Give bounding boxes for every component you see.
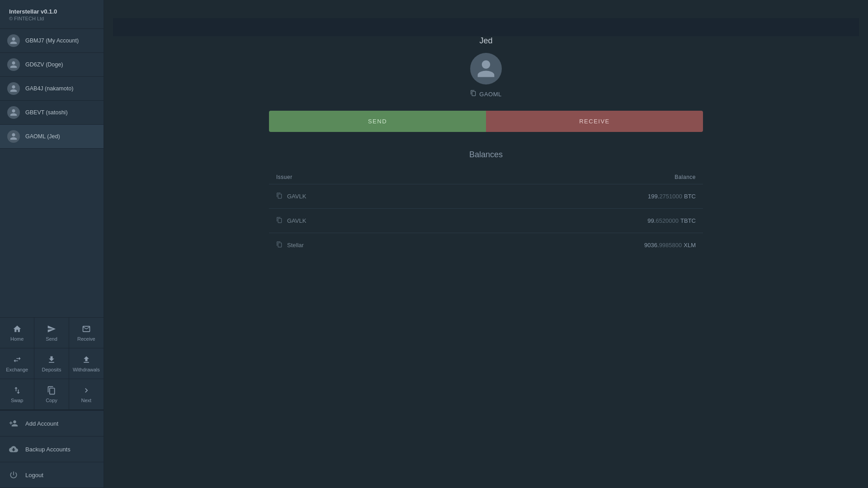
nav-item-copy[interactable]: Copy [34,379,69,410]
send-button[interactable]: SEND [269,111,486,132]
add-account-icon [7,417,20,430]
nav-label-home: Home [10,336,24,342]
bottom-item-logout[interactable]: Logout [0,462,104,488]
receive-icon [81,324,91,334]
profile-name: Jed [479,36,492,46]
nav-item-home[interactable]: Home [0,318,34,348]
account-avatar-icon [7,82,20,95]
balance-integer: 99. [647,217,656,224]
logout-icon [7,469,20,481]
brand-copyright: © FINTECH Ltd [9,16,94,21]
balance-currency: XLM [684,242,696,249]
issuer-cell: GAVLK [269,184,444,209]
nav-item-receive[interactable]: Receive [69,318,104,348]
backup-accounts-icon [7,443,20,455]
avatar [470,53,502,84]
next-icon [81,385,91,395]
copy-icon [47,385,57,395]
account-avatar-icon [7,130,20,143]
nav-item-send[interactable]: Send [34,318,69,348]
withdrawals-icon [81,355,91,365]
balance-decimal: 6520000 [656,217,679,224]
address-copy-icon[interactable] [470,90,476,98]
account-avatar-icon [7,34,20,47]
issuer-copy-icon[interactable] [276,217,283,225]
account-label: GBEVT (satoshi) [25,109,68,116]
balance-currency: TBTC [680,217,696,224]
account-list: GBMJ7 (My Account) GD6ZV (Doge) GAB4J (n… [0,29,104,317]
issuer-copy-icon[interactable] [276,241,283,249]
nav-item-swap[interactable]: Swap [0,379,34,410]
person-icon [9,132,18,141]
sidebar-account-item-gbmj7[interactable]: GBMJ7 (My Account) [0,29,104,53]
sidebar-account-item-gaoml[interactable]: GAOML (Jed) [0,125,104,149]
nav-label-receive: Receive [77,336,95,342]
sidebar-account-item-gbevt[interactable]: GBEVT (satoshi) [0,101,104,125]
bottom-item-add-account[interactable]: Add Account [0,411,104,436]
brand-area: Interstellar v0.1.0 © FINTECH Ltd [0,0,104,29]
home-icon [12,324,22,334]
issuer-name: Stellar [287,242,304,249]
nav-item-exchange[interactable]: Exchange [0,348,34,379]
balances-table: Issuer Balance GAVLK 199.2751000BTC [269,170,703,257]
person-icon [9,84,18,93]
balance-decimal: 9985800 [659,242,682,249]
nav-label-withdrawals: Withdrawals [73,367,100,372]
account-label: GAB4J (nakamoto) [25,85,73,92]
nav-label-deposits: Deposits [42,367,61,372]
send-icon [47,324,57,334]
person-icon [9,61,18,69]
balance-currency: BTC [684,193,696,200]
bottom-label-add-account: Add Account [25,420,58,427]
balance-cell: 199.2751000BTC [444,184,703,209]
bottom-label-backup-accounts: Backup Accounts [25,446,71,453]
topbar [113,18,859,36]
balances-title: Balances [269,150,703,160]
account-address: GAOML [479,91,501,98]
deposits-icon [47,355,57,365]
nav-item-withdrawals[interactable]: Withdrawals [69,348,104,379]
brand-title: Interstellar v0.1.0 [9,8,94,15]
account-label: GAOML (Jed) [25,133,60,140]
issuer-name: GAVLK [287,217,306,224]
account-address-row: GAOML [470,90,501,98]
account-avatar-icon [7,106,20,119]
account-label: GBMJ7 (My Account) [25,38,79,44]
account-label: GD6ZV (Doge) [25,61,63,68]
nav-item-deposits[interactable]: Deposits [34,348,69,379]
table-row: GAVLK 199.2751000BTC [269,184,703,209]
sidebar-account-item-gab4j[interactable]: GAB4J (nakamoto) [0,77,104,101]
bottom-label-logout: Logout [25,472,43,479]
balance-cell: 99.6520000TBTC [444,209,703,233]
receive-button[interactable]: RECEIVE [486,111,703,132]
exchange-icon [12,355,22,365]
col-issuer: Issuer [269,170,444,184]
action-buttons: SEND RECEIVE [269,111,703,132]
nav-label-exchange: Exchange [6,367,28,372]
table-row: GAVLK 99.6520000TBTC [269,209,703,233]
bottom-item-backup-accounts[interactable]: Backup Accounts [0,436,104,462]
balance-cell: 9036.9985800XLM [444,233,703,258]
person-icon [9,108,18,117]
nav-label-copy: Copy [46,398,57,403]
issuer-name: GAVLK [287,193,306,200]
balance-decimal: 2751000 [659,193,682,200]
balance-integer: 9036. [644,242,659,249]
account-avatar-icon [7,58,20,71]
balances-section: Balances Issuer Balance GAVLK 199.275100… [269,150,703,257]
table-row: Stellar 9036.9985800XLM [269,233,703,258]
avatar-icon [476,58,496,79]
nav-label-swap: Swap [11,398,24,403]
nav-label-send: Send [46,336,57,342]
col-balance: Balance [444,170,703,184]
nav-label-next: Next [81,398,92,403]
sidebar-account-item-gd6zv[interactable]: GD6ZV (Doge) [0,53,104,77]
main-content: Jed GAOML SEND RECEIVE Balances Issuer B… [104,0,868,488]
issuer-copy-icon[interactable] [276,192,283,200]
sidebar-bottom: Add Account Backup Accounts Logout [0,410,104,488]
issuer-cell: GAVLK [269,209,444,233]
person-icon [9,37,18,45]
balance-integer: 199. [648,193,659,200]
issuer-cell: Stellar [269,233,444,258]
nav-item-next[interactable]: Next [69,379,104,410]
